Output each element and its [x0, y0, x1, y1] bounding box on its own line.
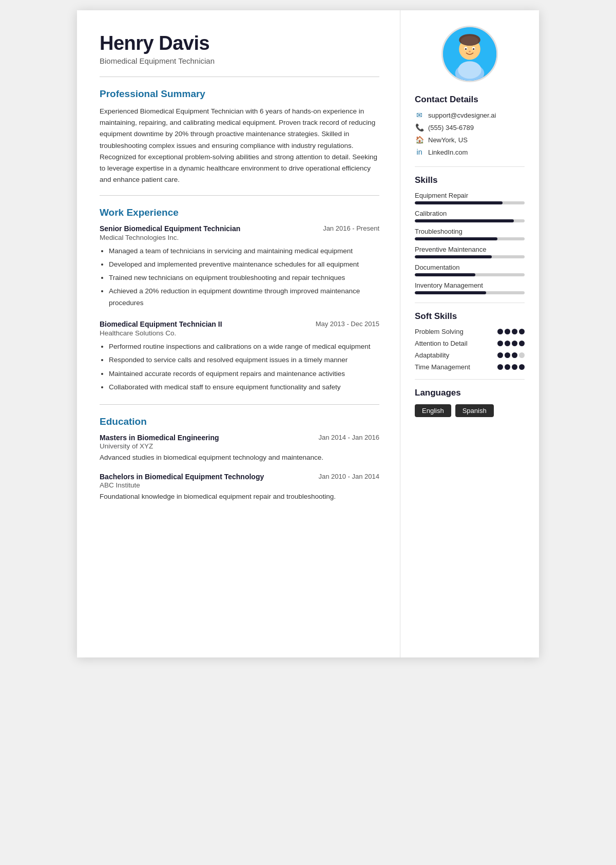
- soft-lang-divider: [415, 379, 525, 380]
- job-block-2: Biomedical Equipment Technician II May 2…: [100, 320, 379, 393]
- edu-header-2: Bachelors in Biomedical Equipment Techno…: [100, 473, 379, 481]
- bullet-2-2: Responded to service calls and resolved …: [109, 354, 379, 366]
- skill-bar-fill-4: [415, 273, 475, 276]
- edu-block-1: Masters in Biomedical Engineering Jan 20…: [100, 434, 379, 463]
- edu-block-2: Bachelors in Biomedical Equipment Techno…: [100, 473, 379, 502]
- email-icon: ✉: [415, 111, 424, 119]
- skills-container: Equipment Repair Calibration Troubleshoo…: [415, 192, 525, 294]
- contact-phone: 📞 (555) 345-6789: [415, 123, 525, 131]
- job-bullets-2: Performed routine inspections and calibr…: [100, 341, 379, 393]
- skill-bar-bg-3: [415, 255, 525, 258]
- skill-bar-fill-1: [415, 219, 514, 222]
- education-section: Education Masters in Biomedical Engineer…: [100, 416, 379, 502]
- soft-skill-row-2: Adaptability: [415, 351, 525, 359]
- job-dates-1: Jan 2016 - Present: [323, 224, 379, 232]
- edu-institution-1: University of XYZ: [100, 442, 379, 450]
- lang-tag-0: English: [415, 404, 451, 417]
- skill-row-2: Troubleshooting: [415, 228, 525, 240]
- svg-point-10: [469, 51, 471, 52]
- summary-divider: [100, 195, 379, 196]
- skills-heading: Skills: [415, 175, 525, 185]
- job-header-1: Senior Biomedical Equipment Technician J…: [100, 224, 379, 233]
- dot-3-0: [497, 364, 503, 370]
- skill-name-0: Equipment Repair: [415, 192, 525, 199]
- soft-skill-row-1: Attention to Detail: [415, 340, 525, 347]
- contact-list: ✉ support@cvdesigner.ai 📞 (555) 345-6789…: [415, 111, 525, 156]
- candidate-name: Henry Davis: [100, 33, 379, 54]
- edu-dates-2: Jan 2010 - Jan 2014: [318, 473, 379, 480]
- dot-0-0: [497, 329, 503, 334]
- edu-header-1: Masters in Biomedical Engineering Jan 20…: [100, 434, 379, 442]
- bullet-1-2: Developed and implemented preventive mai…: [109, 259, 379, 270]
- svg-point-8: [465, 48, 467, 50]
- contact-heading: Contact Details: [415, 95, 525, 105]
- skill-bar-bg-0: [415, 201, 525, 204]
- svg-point-2: [458, 61, 481, 79]
- contact-location: 🏠 NewYork, US: [415, 136, 525, 144]
- dot-0-3: [519, 329, 525, 334]
- soft-skill-row-3: Time Management: [415, 363, 525, 371]
- skill-bar-bg-4: [415, 273, 525, 276]
- edu-desc-2: Foundational knowledge in biomedical equ…: [100, 491, 379, 502]
- skill-name-2: Troubleshooting: [415, 228, 525, 235]
- job-company-1: Medical Technologies Inc.: [100, 234, 379, 241]
- dot-1-3: [519, 341, 525, 346]
- dot-0-1: [505, 329, 510, 334]
- dot-2-2: [512, 352, 517, 358]
- skill-bar-fill-0: [415, 201, 503, 204]
- summary-section: Professional Summary Experienced Biomedi…: [100, 88, 379, 186]
- svg-point-9: [473, 48, 474, 50]
- job-bullets-1: Managed a team of technicians in servici…: [100, 246, 379, 309]
- lang-tag-1: Spanish: [455, 404, 494, 417]
- skill-bar-fill-2: [415, 237, 497, 240]
- linkedin-icon: in: [415, 148, 424, 156]
- avatar: [441, 26, 498, 82]
- soft-skills-container: Problem SolvingAttention to DetailAdapta…: [415, 328, 525, 371]
- skill-row-1: Calibration: [415, 210, 525, 222]
- email-value: support@cvdesigner.ai: [428, 111, 496, 119]
- header-divider: [100, 77, 379, 77]
- skill-row-3: Preventive Maintenance: [415, 246, 525, 258]
- soft-skill-name-3: Time Management: [415, 363, 497, 371]
- contact-skills-divider: [415, 166, 525, 167]
- phone-value: (555) 345-6789: [428, 124, 474, 131]
- skill-name-5: Inventory Management: [415, 281, 525, 289]
- dot-3-3: [519, 364, 525, 370]
- bullet-1-3: Trained new technicians on equipment tro…: [109, 272, 379, 284]
- skill-name-1: Calibration: [415, 210, 525, 217]
- dot-1-2: [512, 341, 517, 346]
- svg-point-5: [461, 36, 478, 46]
- work-experience-heading: Work Experience: [100, 207, 379, 218]
- skill-bar-bg-2: [415, 237, 525, 240]
- skill-bar-bg-1: [415, 219, 525, 222]
- dot-3-1: [505, 364, 510, 370]
- edu-dates-1: Jan 2014 - Jan 2016: [318, 434, 379, 441]
- soft-skills-heading: Soft Skills: [415, 311, 525, 322]
- skill-row-5: Inventory Management: [415, 281, 525, 294]
- edu-institution-2: ABC Institute: [100, 481, 379, 489]
- skill-row-4: Documentation: [415, 264, 525, 276]
- dot-2-0: [497, 352, 503, 358]
- bullet-2-4: Collaborated with medical staff to ensur…: [109, 382, 379, 393]
- skill-row-0: Equipment Repair: [415, 192, 525, 204]
- dot-2-1: [505, 352, 510, 358]
- job-dates-2: May 2013 - Dec 2015: [316, 320, 379, 328]
- skill-bar-fill-5: [415, 291, 486, 294]
- edu-desc-1: Advanced studies in biomedical equipment…: [100, 452, 379, 463]
- work-divider: [100, 404, 379, 405]
- job-title-1: Senior Biomedical Equipment Technician: [100, 224, 240, 233]
- skill-bar-bg-5: [415, 291, 525, 294]
- dot-1-1: [505, 341, 510, 346]
- job-block-1: Senior Biomedical Equipment Technician J…: [100, 224, 379, 309]
- skill-name-3: Preventive Maintenance: [415, 246, 525, 253]
- dot-2-3: [519, 352, 525, 358]
- resume-page: Henry Davis Biomedical Equipment Technic…: [77, 10, 539, 657]
- bullet-1-4: Achieved a 20% reduction in equipment do…: [109, 286, 379, 309]
- contact-email: ✉ support@cvdesigner.ai: [415, 111, 525, 119]
- skill-bar-fill-3: [415, 255, 492, 258]
- skills-soft-divider: [415, 303, 525, 303]
- soft-skill-row-0: Problem Solving: [415, 328, 525, 335]
- bullet-2-3: Maintained accurate records of equipment…: [109, 368, 379, 380]
- summary-heading: Professional Summary: [100, 88, 379, 100]
- job-company-2: Healthcare Solutions Co.: [100, 329, 379, 337]
